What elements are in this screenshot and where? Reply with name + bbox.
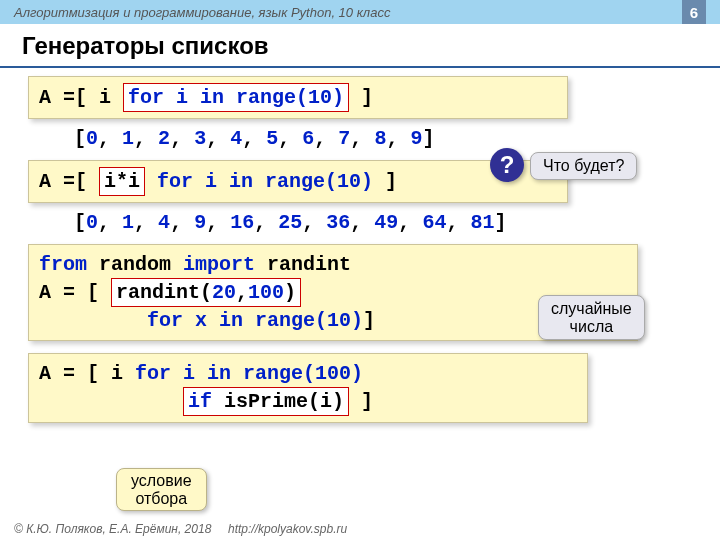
callout-text: случайные xyxy=(551,300,632,317)
callout-text: Что будет? xyxy=(543,157,624,174)
code-text: randint( xyxy=(116,281,212,304)
content-area: A =[ i for i in range(10) ] [0, 1, 2, 3,… xyxy=(0,68,720,423)
code-text: isPrime(i) xyxy=(212,390,344,413)
output-1: [0, 1, 2, 3, 4, 5, 6, 7, 8, 9] xyxy=(74,127,692,150)
highlight-expression: i*i xyxy=(99,167,145,196)
question-mark: ? xyxy=(500,151,515,179)
callout-filter: условие отбора xyxy=(116,468,207,511)
code-text: A = [ i xyxy=(39,362,135,385)
highlight-for-range: for i in range(10) xyxy=(123,83,349,112)
question-icon: ? xyxy=(490,148,524,182)
code-text: ] xyxy=(349,86,373,109)
code-keyword: import xyxy=(183,253,255,276)
code-keyword: for i in range(10) xyxy=(157,170,373,193)
code-text: A = [ xyxy=(39,281,111,304)
callout-text: числа xyxy=(570,318,614,335)
code-number: 100 xyxy=(248,281,284,304)
highlight-randint: randint(20,100) xyxy=(111,278,301,307)
code-text: random xyxy=(87,253,183,276)
code-text: , xyxy=(236,281,248,304)
callout-question: Что будет? xyxy=(530,152,637,180)
output-2: [0, 1, 4, 9, 16, 25, 36, 49, 64, 81] xyxy=(74,211,692,234)
code-text: randint xyxy=(255,253,351,276)
code-indent xyxy=(39,390,183,413)
code-text: ) xyxy=(284,281,296,304)
code-keyword: for i in range(10) xyxy=(128,86,344,109)
code-text: ] xyxy=(373,170,397,193)
highlight-filter: if isPrime(i) xyxy=(183,387,349,416)
footer-url: http://kpolyakov.spb.ru xyxy=(228,522,347,536)
header-bar: Алгоритмизация и программирование, язык … xyxy=(0,0,720,24)
page-title: Генераторы списков xyxy=(0,24,720,68)
callout-text: отбора xyxy=(135,490,187,507)
code-text xyxy=(145,170,157,193)
page-number: 6 xyxy=(682,0,706,24)
code-block-2: A =[ i*i for i in range(10) ] xyxy=(28,160,568,203)
code-indent xyxy=(39,309,147,332)
code-text: ] xyxy=(363,309,375,332)
code-keyword: if xyxy=(188,390,212,413)
code-text: A =[ i xyxy=(39,86,123,109)
code-block-1: A =[ i for i in range(10) ] xyxy=(28,76,568,119)
course-name: Алгоритмизация и программирование, язык … xyxy=(14,5,390,20)
code-keyword: for x in range(10) xyxy=(147,309,363,332)
callout-random: случайные числа xyxy=(538,295,645,340)
code-block-4: A = [ i for i in range(100) if isPrime(i… xyxy=(28,353,588,423)
code-keyword: for i in range(100) xyxy=(135,362,363,385)
code-number: 20 xyxy=(212,281,236,304)
copyright-text: © К.Ю. Поляков, Е.А. Ерёмин, 2018 xyxy=(14,522,211,536)
code-text: A =[ xyxy=(39,170,99,193)
callout-text: условие xyxy=(131,472,192,489)
footer: © К.Ю. Поляков, Е.А. Ерёмин, 2018 http:/… xyxy=(0,518,720,540)
code-keyword: from xyxy=(39,253,87,276)
code-text: ] xyxy=(349,390,373,413)
